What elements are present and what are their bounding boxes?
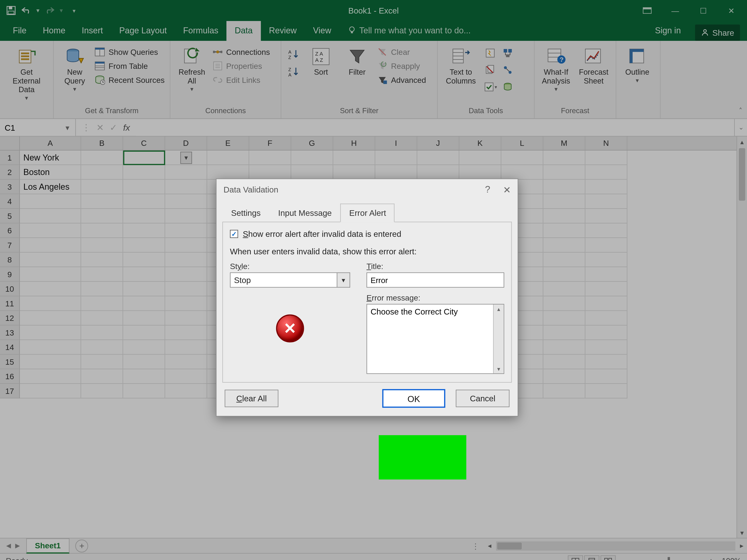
cell[interactable] xyxy=(165,325,207,340)
cell[interactable] xyxy=(586,267,627,282)
cell[interactable] xyxy=(165,223,207,238)
cell[interactable] xyxy=(81,369,123,384)
row-header[interactable]: 7 xyxy=(0,238,20,253)
cell[interactable] xyxy=(165,209,207,223)
data-validation-button[interactable]: ▾ xyxy=(483,79,498,95)
cell[interactable] xyxy=(586,369,627,384)
qat-customize-icon[interactable]: ▾ xyxy=(70,4,78,17)
sort-asc-button[interactable]: AZ xyxy=(286,47,301,62)
advanced-button[interactable]: Advanced xyxy=(377,74,426,86)
cell[interactable] xyxy=(123,165,165,180)
row-header[interactable]: 10 xyxy=(0,282,20,297)
sheet-nav-prev-icon[interactable]: ◄ xyxy=(5,541,12,550)
cell[interactable] xyxy=(586,384,627,399)
tab-formulas[interactable]: Formulas xyxy=(175,21,227,41)
cell[interactable] xyxy=(586,180,627,194)
normal-view-button[interactable] xyxy=(568,555,583,560)
scroll-thumb[interactable] xyxy=(739,148,745,201)
title-input[interactable] xyxy=(366,272,504,288)
redo-icon[interactable] xyxy=(43,4,56,17)
cell[interactable] xyxy=(81,180,123,194)
remove-duplicates-button[interactable] xyxy=(483,62,498,78)
minimize-button[interactable]: — xyxy=(662,2,689,19)
cell[interactable] xyxy=(543,194,586,209)
cell[interactable] xyxy=(586,238,627,253)
cell[interactable] xyxy=(165,369,207,384)
tab-page-layout[interactable]: Page Layout xyxy=(111,21,175,41)
what-if-analysis-button[interactable]: ? What-If Analysis ▼ xyxy=(539,44,573,95)
dialog-tab-error-alert[interactable]: Error Alert xyxy=(341,204,395,222)
cell[interactable] xyxy=(123,369,165,384)
cell[interactable] xyxy=(20,194,81,209)
row-header[interactable]: 17 xyxy=(0,384,20,399)
column-header[interactable]: D xyxy=(165,136,207,150)
edit-links-button[interactable]: Edit Links xyxy=(212,74,270,86)
cell[interactable] xyxy=(543,325,586,340)
dialog-tab-input-message[interactable]: Input Message xyxy=(269,204,341,222)
cell[interactable] xyxy=(20,296,81,311)
tab-file[interactable]: File xyxy=(5,21,34,41)
enter-formula-icon[interactable]: ✓ xyxy=(110,122,118,133)
cell[interactable] xyxy=(586,253,627,267)
cell[interactable] xyxy=(586,209,627,223)
cell[interactable] xyxy=(417,151,459,165)
cell[interactable] xyxy=(543,282,586,297)
column-header[interactable]: A xyxy=(20,136,81,150)
cell[interactable] xyxy=(291,165,333,180)
cell[interactable] xyxy=(81,282,123,297)
collapse-ribbon-icon[interactable]: ˄ xyxy=(739,107,742,115)
cell[interactable] xyxy=(123,223,165,238)
cell[interactable] xyxy=(165,355,207,369)
show-queries-button[interactable]: Show Queries xyxy=(95,46,164,58)
column-header[interactable]: M xyxy=(543,136,586,150)
share-button[interactable]: Share xyxy=(695,25,740,41)
cell[interactable] xyxy=(123,253,165,267)
cell[interactable] xyxy=(376,151,417,165)
dialog-help-icon[interactable]: ? xyxy=(485,184,490,195)
maximize-button[interactable]: ☐ xyxy=(690,2,717,19)
row-header[interactable]: 6 xyxy=(0,223,20,238)
tab-insert[interactable]: Insert xyxy=(74,21,111,41)
column-header[interactable]: H xyxy=(333,136,376,150)
cell[interactable] xyxy=(165,282,207,297)
cell[interactable] xyxy=(123,267,165,282)
cell[interactable] xyxy=(20,340,81,355)
cell[interactable] xyxy=(417,165,459,180)
cell[interactable] xyxy=(543,165,586,180)
row-header[interactable]: 14 xyxy=(0,340,20,355)
cell[interactable] xyxy=(81,311,123,326)
hscroll-left-icon[interactable]: ◄ xyxy=(484,542,495,549)
cell[interactable] xyxy=(81,194,123,209)
cell[interactable] xyxy=(543,180,586,194)
text-to-columns-button[interactable]: Text to Columns xyxy=(442,44,479,87)
connections-button[interactable]: Connections xyxy=(212,46,270,58)
cell[interactable] xyxy=(586,194,627,209)
outline-button[interactable]: Outline ▼ xyxy=(621,44,654,86)
cell[interactable] xyxy=(20,238,81,253)
row-header[interactable]: 16 xyxy=(0,369,20,384)
reapply-button[interactable]: Reapply xyxy=(377,59,426,72)
cell[interactable] xyxy=(586,223,627,238)
cell[interactable] xyxy=(376,165,417,180)
page-break-view-button[interactable] xyxy=(601,555,616,560)
sheet-nav-next-icon[interactable]: ► xyxy=(14,541,21,550)
name-box[interactable]: C1 ▼ xyxy=(0,119,76,136)
row-header[interactable]: 2 xyxy=(0,165,20,180)
vertical-scrollbar[interactable]: ▲ ▼ xyxy=(737,136,747,538)
from-table-button[interactable]: From Table xyxy=(95,59,164,72)
cell[interactable] xyxy=(123,238,165,253)
recent-sources-button[interactable]: Recent Sources xyxy=(95,74,164,86)
cell[interactable] xyxy=(165,165,207,180)
cell[interactable] xyxy=(543,384,586,399)
cell[interactable] xyxy=(586,151,627,165)
sort-desc-button[interactable]: ZA xyxy=(286,64,301,79)
cell[interactable] xyxy=(123,151,165,165)
cell[interactable] xyxy=(20,384,81,399)
cancel-formula-icon[interactable]: ✕ xyxy=(96,122,104,133)
cell[interactable] xyxy=(81,165,123,180)
column-header[interactable]: F xyxy=(249,136,291,150)
scroll-down-icon[interactable]: ▼ xyxy=(737,527,747,538)
row-header[interactable]: 15 xyxy=(0,355,20,369)
page-layout-view-button[interactable] xyxy=(584,555,599,560)
column-header[interactable]: N xyxy=(586,136,627,150)
